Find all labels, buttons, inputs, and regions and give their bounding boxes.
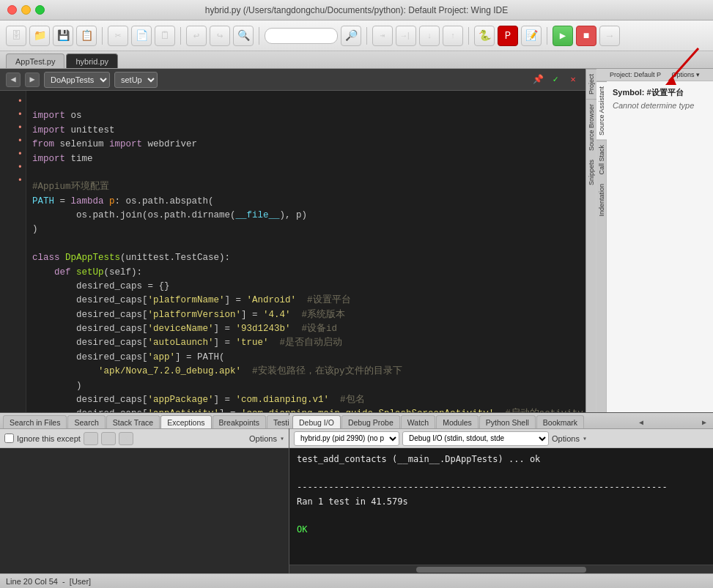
close-editor-icon[interactable]: ✕ [566,73,580,86]
sidebar-project[interactable]: Project [586,69,596,99]
find-button[interactable]: 🔍 [233,26,254,46]
horizontal-scrollbar[interactable] [289,565,713,573]
step-over-button[interactable]: →| [396,26,416,46]
output-select[interactable]: Debug I/O (stdin, stdout, stde [402,431,549,446]
search-input[interactable] [265,28,338,44]
exceptions-content [0,448,289,573]
tab-search-in-files[interactable]: Search in Files [3,415,67,428]
paste-button[interactable]: 📄 [131,26,152,46]
sa-tab-call-stack[interactable]: Call Stack [596,140,607,179]
step-in-button[interactable]: ↓ [419,26,440,46]
tab-python-shell[interactable]: Python Shell [479,415,536,428]
minimize-button[interactable] [21,5,31,15]
debug-separator: ----------------------------------------… [297,482,668,492]
debug-output-area: test_add_contacts (__main__.DpAppTests) … [289,448,713,565]
sa-tab-source-assistant[interactable]: Source Assistant [596,81,607,140]
editor-container: ◀ ▶ DoAppTests setUp 📌 ✓ ✕ • [0,69,585,412]
line-numbers: • • • • • [0,91,26,412]
tab-hybrid[interactable]: hybrid.py [66,53,118,68]
tab-stack-trace[interactable]: Stack Trace [106,415,160,428]
maximize-button[interactable] [35,5,45,15]
code-area: • • • • • [0,91,585,412]
ignore-label: Ignore this except [17,434,81,443]
debug-options-button[interactable]: Options [552,434,580,443]
traffic-lights [7,5,45,15]
tab-exceptions[interactable]: Exceptions [160,415,211,428]
except-btn1[interactable]: — [84,432,98,445]
options-arrow[interactable]: ▾ [280,434,284,443]
history-button[interactable]: 🗒 [155,26,175,46]
left-tab-bar: Search in Files Search Stack Trace Excep… [0,413,289,429]
ignore-except-checkbox[interactable] [4,433,14,443]
cut-button[interactable]: ✂ [108,26,128,46]
next-nav-button[interactable]: ▶ [25,72,40,87]
arrow-annotation [654,45,706,95]
package-button[interactable]: P [498,26,518,46]
editor-pin-area: 📌 ✓ ✕ [531,73,580,86]
file-tabs-row: AppTest.py hybrid.py [0,51,713,69]
toolbar: 🗄 📁 💾 📋 ✂ 📄 🗒 ↩ ↪ 🔍 🔎 ⇥ →| ↓ ↑ 🐍 P 📝 ▶ ■… [0,21,713,51]
file-button[interactable]: 📝 [521,26,542,46]
tab-debug-probe[interactable]: Debug Probe [341,415,400,428]
editor-toolbar: ◀ ▶ DoAppTests setUp 📌 ✓ ✕ [0,69,585,91]
prev-nav-button[interactable]: ◀ [6,72,21,87]
debug-ok-line: OK [297,524,307,535]
python-button[interactable]: 🐍 [474,26,495,46]
sep4 [366,27,367,45]
except-btn2[interactable]: — [101,432,116,445]
class-dropdown[interactable]: DoAppTests [44,72,110,88]
sa-tab-indentation[interactable]: Indentation [596,179,607,221]
search-go-button[interactable]: 🔎 [341,26,361,46]
pin-icon[interactable]: 📌 [531,73,544,86]
tab-search[interactable]: Search [67,415,105,428]
sep6 [547,27,547,45]
close-button[interactable] [7,5,17,15]
sep1 [102,27,103,45]
indent-button[interactable]: ⇥ [372,26,393,46]
scrollbar-thumb[interactable] [416,567,585,573]
tab-breakpoints[interactable]: Breakpoints [213,415,266,428]
sep3 [259,27,259,45]
bottom-area: Search in Files Search Stack Trace Excep… [0,412,713,573]
right-tab-prev[interactable]: ◀ [635,417,647,428]
redo-button[interactable]: ↪ [210,26,230,46]
svg-marker-1 [665,76,676,85]
except-btn3[interactable]: ✕ [119,432,133,445]
sidebar-source-browser[interactable]: Source Browser [586,99,596,155]
debug-line-1: test_add_contacts (__main__.DpAppTests) … [297,454,540,464]
debug-options-arrow[interactable]: ▾ [583,434,587,443]
tab-watch[interactable]: Watch [401,415,435,428]
window-title: hybrid.py (/Users/tangdongchu/Documents/… [205,5,509,15]
source-assistant-panel: Project: Default P Options ▾ Source Assi… [596,69,713,412]
new-button[interactable]: 🗄 [6,26,26,46]
tab-apptest[interactable]: AppTest.py [6,53,64,68]
sidebar-snippets[interactable]: Snippets [586,155,596,190]
right-bottom-panel: Debug I/O Debug Probe Watch Modules Pyth… [289,413,713,573]
status-position: Line 20 Col 54 - [User] [6,577,91,586]
save-button[interactable]: 💾 [53,26,73,46]
debug-ran-line: Ran 1 test in 41.579s [297,496,408,507]
undo-button[interactable]: ↩ [186,26,207,46]
checkmark-icon[interactable]: ✓ [549,73,562,86]
exceptions-toolbar: Ignore this except — — ✕ Options ▾ [0,429,289,448]
sep5 [468,27,469,45]
options-button[interactable]: Options [249,434,277,443]
stop-button[interactable]: ■ [576,26,596,46]
tab-debug-io[interactable]: Debug I/O [292,415,341,428]
tab-modules[interactable]: Modules [436,415,479,428]
right-tab-bar: Debug I/O Debug Probe Watch Modules Pyth… [289,413,713,429]
pid-select[interactable]: hybrid.py (pid 2990) (no p [294,431,399,446]
sa-menu-project[interactable]: Project: Default P [610,71,661,78]
run-button[interactable]: ▶ [553,26,573,46]
right-tab-next[interactable]: ▶ [698,417,710,428]
step-out-button[interactable]: ↑ [443,26,463,46]
code-content[interactable]: import os import unittest from selenium … [26,91,585,412]
open-button[interactable]: 📁 [29,26,50,46]
next-button[interactable]: → [599,26,620,46]
left-bottom-panel: Search in Files Search Stack Trace Excep… [0,413,289,573]
tab-bookmark[interactable]: Bookmark [536,415,584,428]
method-dropdown[interactable]: setUp [114,72,158,88]
copy-button[interactable]: 📋 [76,26,97,46]
sep2 [180,27,181,45]
main-area: ◀ ▶ DoAppTests setUp 📌 ✓ ✕ • [0,69,713,412]
